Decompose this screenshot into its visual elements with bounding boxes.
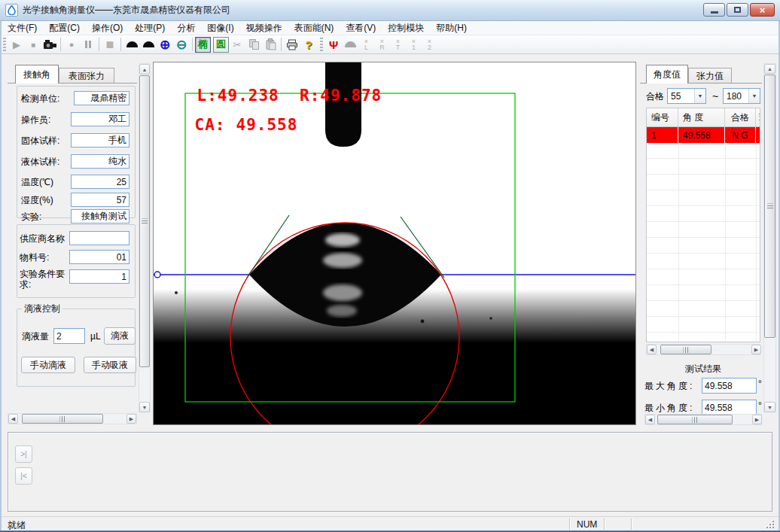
manual-suck-button[interactable]: 手动吸液: [84, 357, 136, 373]
cut-right-button[interactable]: × R: [374, 37, 390, 52]
pass-max-combo[interactable]: 180 ▼: [723, 88, 760, 104]
step-forward-button[interactable]: >|: [15, 445, 32, 463]
temperature-field[interactable]: 25: [71, 175, 129, 189]
humidity-field[interactable]: 57: [71, 193, 129, 207]
scroll-up-button[interactable]: ▲: [139, 64, 150, 74]
menu-file[interactable]: 文件(F): [2, 21, 43, 35]
manual-drop-button[interactable]: 手动滴液: [21, 357, 75, 373]
right-panel-hscroll[interactable]: ◀ ▶: [644, 414, 762, 425]
detect-unit-field[interactable]: 晟鼎精密: [74, 91, 129, 105]
results-table[interactable]: 编号 角 度 合格 现 1 49.558 N G 2: [646, 108, 760, 342]
baseline-circle-button[interactable]: ⊖: [173, 37, 190, 52]
drop-volume-input[interactable]: 2: [53, 328, 85, 344]
material-no-field[interactable]: 01: [69, 250, 129, 264]
menu-video-ops[interactable]: 视频操作: [240, 21, 288, 35]
camera-button[interactable]: [41, 37, 58, 52]
vscroll-thumb[interactable]: [139, 75, 150, 367]
close-button[interactable]: ×: [750, 3, 775, 17]
left-panel-vscroll[interactable]: ▲ ▼: [139, 63, 151, 412]
close-icon: ×: [760, 5, 766, 15]
left-panel-hscroll[interactable]: ◀ ▶: [8, 413, 137, 424]
menu-view[interactable]: 查看(V): [340, 21, 382, 35]
help-button[interactable]: ?: [300, 37, 317, 52]
hscroll-thumb[interactable]: [22, 414, 103, 424]
wash-needle-button[interactable]: Ψ: [325, 37, 342, 52]
scroll-up-button[interactable]: ▲: [764, 64, 775, 74]
liquid-sample-field[interactable]: 纯水: [71, 154, 129, 169]
pause-button[interactable]: [80, 37, 96, 52]
play-button[interactable]: ▶: [8, 37, 25, 52]
video-canvas[interactable]: L:49.238 R:49.878 CA:49.558: [153, 62, 636, 425]
hscroll-thumb[interactable]: [657, 415, 733, 424]
min-angle-field[interactable]: 49.558: [702, 400, 757, 415]
drop-control-title: 滴液控制: [22, 302, 62, 315]
supplier-field[interactable]: [69, 231, 129, 245]
stop-capture-button[interactable]: ■: [102, 37, 118, 52]
step-back-button[interactable]: |<: [15, 467, 32, 485]
table-row[interactable]: 1 49.558 N G 2: [647, 127, 760, 143]
vscroll-thumb[interactable]: [764, 74, 775, 338]
paste-button[interactable]: [262, 37, 279, 52]
condition-field[interactable]: 1: [69, 269, 129, 284]
menu-control-module[interactable]: 控制模块: [382, 21, 430, 35]
menu-help[interactable]: 帮助(H): [430, 21, 473, 35]
cut-2-button[interactable]: × 2: [422, 37, 437, 52]
toolbar-separator: [192, 38, 193, 51]
menu-config[interactable]: 配置(C): [43, 21, 86, 35]
scroll-down-button[interactable]: ▼: [764, 402, 775, 412]
toolbar-separator: [120, 38, 121, 51]
minimize-button[interactable]: [703, 3, 725, 17]
scroll-right-button[interactable]: ▶: [126, 414, 136, 424]
stop-button[interactable]: ■: [25, 37, 41, 52]
pass-min-combo[interactable]: 55 ▼: [667, 88, 706, 104]
menu-analyze[interactable]: 分析: [171, 21, 201, 35]
drop-shape-button[interactable]: [123, 37, 140, 52]
menu-surface-energy[interactable]: 表面能(N): [288, 21, 340, 35]
min-angle-label: 最小角度:: [644, 403, 694, 413]
dropdown-arrow-icon[interactable]: ▼: [694, 89, 705, 103]
max-angle-label: 最大角度:: [644, 381, 694, 391]
max-degree-sign: °: [758, 378, 762, 389]
scroll-right-button[interactable]: ▶: [752, 415, 762, 424]
down-arrow-icon: ▼: [767, 405, 772, 410]
tab-angle-values[interactable]: 角度值: [646, 65, 688, 84]
record-button[interactable]: ●: [63, 37, 80, 52]
right-panel-vscroll[interactable]: ▲ ▼: [763, 63, 776, 412]
copy-button[interactable]: [245, 37, 262, 52]
dome-gray-button[interactable]: [342, 37, 358, 52]
left-panel: 接触角 表面张力 检测单位: 晟鼎精密 操作员: 邓工 固体试样: 手机 液体试…: [6, 60, 140, 426]
menu-process[interactable]: 处理(P): [129, 21, 171, 35]
solid-sample-field[interactable]: 手机: [71, 133, 129, 147]
maximize-button[interactable]: [727, 3, 748, 17]
cut-left-button[interactable]: × L: [358, 37, 374, 52]
hscroll-thumb[interactable]: [660, 345, 711, 354]
resize-grip[interactable]: [765, 519, 774, 528]
print-button[interactable]: [284, 37, 300, 52]
tab-tension-values[interactable]: 张力值: [688, 68, 732, 84]
drop-shape-button-2[interactable]: [140, 37, 157, 52]
scroll-right-button[interactable]: ▶: [751, 345, 761, 354]
scroll-left-button[interactable]: ◀: [647, 345, 657, 354]
cut-top-button[interactable]: × T: [390, 37, 406, 52]
circle-fit-button[interactable]: 圆: [213, 37, 229, 53]
right-arrow-icon: ▶: [755, 417, 759, 423]
dropdown-arrow-icon[interactable]: ▼: [748, 89, 760, 103]
scroll-left-button[interactable]: ◀: [645, 415, 655, 424]
max-angle-field[interactable]: 49.558: [702, 378, 757, 394]
toolbar-grip: [3, 38, 6, 51]
tab-contact-angle[interactable]: 接触角: [15, 65, 59, 84]
crosshair-circle-button[interactable]: ⊕: [157, 37, 173, 52]
tab-surface-tension[interactable]: 表面张力: [59, 68, 114, 84]
drop-button[interactable]: 滴液: [104, 327, 136, 345]
table-hscroll[interactable]: ◀ ▶: [646, 344, 760, 355]
operator-field[interactable]: 邓工: [71, 112, 129, 126]
cut-1-button[interactable]: × 1: [406, 37, 422, 52]
cut-button[interactable]: ✂: [229, 37, 245, 52]
menu-operate[interactable]: 操作(O): [86, 21, 129, 35]
menu-image[interactable]: 图像(I): [201, 21, 239, 35]
scroll-down-button[interactable]: ▼: [139, 402, 150, 412]
experiment-field[interactable]: 接触角测试: [71, 209, 129, 223]
drop-control-group: 滴液控制: [17, 302, 136, 387]
ellipse-fit-button[interactable]: 椭: [195, 37, 211, 53]
scroll-left-button[interactable]: ◀: [8, 414, 18, 424]
